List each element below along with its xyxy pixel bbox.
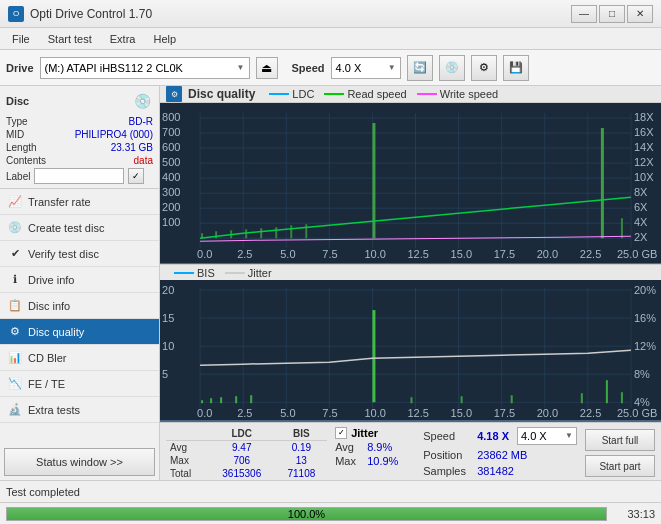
menu-file[interactable]: File (4, 31, 38, 47)
svg-text:17.5: 17.5 (494, 408, 515, 420)
jitter-max-value: 10.9% (367, 455, 398, 467)
speed-field-value: 4.18 X (477, 430, 509, 442)
svg-text:8%: 8% (634, 368, 650, 380)
total-ldc-value: 3615306 (208, 467, 276, 480)
speed-select-value: 4.0 X (336, 62, 362, 74)
titlebar: O Opti Drive Control 1.70 — □ ✕ (0, 0, 661, 28)
disc-type-label: Type (6, 116, 28, 127)
progress-text: 100.0% (7, 508, 606, 520)
disc-label-field-label: Label (6, 171, 30, 182)
data-panel: LDC BIS Avg 9.47 0.19 Max 706 (160, 422, 661, 480)
jitter-checkbox[interactable]: ✓ (335, 427, 347, 439)
svg-text:20.0: 20.0 (537, 408, 558, 420)
svg-text:2.5: 2.5 (237, 248, 252, 260)
status-window-button[interactable]: Status window >> (4, 448, 155, 476)
speed-mini-dropdown-arrow: ▼ (565, 431, 573, 440)
col-header-ldc: LDC (208, 427, 276, 441)
maximize-button[interactable]: □ (599, 5, 625, 23)
max-ldc-value: 706 (208, 454, 276, 467)
start-full-button[interactable]: Start full (585, 429, 655, 451)
disc-button[interactable]: 💿 (439, 55, 465, 81)
row-label-total: Total (166, 467, 208, 480)
speed-section: Speed 4.18 X 4.0 X ▼ Position 23862 MB S… (423, 427, 577, 480)
eject-button[interactable]: ⏏ (256, 57, 278, 79)
speed-select[interactable]: 4.0 X ▼ (331, 57, 401, 79)
titlebar-left: O Opti Drive Control 1.70 (8, 6, 152, 22)
disc-mid-label: MID (6, 129, 24, 140)
menu-help[interactable]: Help (145, 31, 184, 47)
table-row: Total 3615306 71108 (166, 467, 327, 480)
start-part-button[interactable]: Start part (585, 455, 655, 477)
svg-rect-26 (275, 227, 277, 238)
refresh-button[interactable]: 🔄 (407, 55, 433, 81)
speed-mini-select[interactable]: 4.0 X ▼ (517, 427, 577, 445)
table-row: Max 706 13 (166, 454, 327, 467)
sidebar-item-disc-quality[interactable]: ⚙ Disc quality (0, 319, 159, 345)
legend-ldc-label: LDC (292, 88, 314, 100)
svg-text:500: 500 (162, 156, 180, 168)
svg-text:25.0 GB: 25.0 GB (617, 408, 657, 420)
disc-eject-icon[interactable]: 💿 (131, 90, 153, 112)
avg-bis-value: 0.19 (276, 440, 328, 454)
sidebar: Disc 💿 Type BD-R MID PHILIPRO4 (000) Len… (0, 86, 160, 480)
sidebar-item-disc-info[interactable]: 📋 Disc info (0, 293, 159, 319)
svg-text:5.0: 5.0 (280, 408, 295, 420)
sidebar-item-fe-te[interactable]: 📉 FE / TE (0, 371, 159, 397)
sidebar-item-transfer-rate[interactable]: 📈 Transfer rate (0, 189, 159, 215)
sidebar-item-label-create-test-disc: Create test disc (28, 222, 104, 234)
svg-text:800: 800 (162, 111, 180, 123)
ldc-line-icon (269, 93, 289, 95)
sidebar-nav: 📈 Transfer rate 💿 Create test disc ✔ Ver… (0, 189, 159, 444)
jitter-avg-row: Avg 8.9% (335, 441, 415, 453)
close-button[interactable]: ✕ (627, 5, 653, 23)
settings-button[interactable]: ⚙ (471, 55, 497, 81)
disc-panel-header: Disc 💿 (6, 90, 153, 112)
jitter-avg-value: 8.9% (367, 441, 392, 453)
position-label: Position (423, 449, 473, 461)
disc-contents-row: Contents data (6, 155, 153, 166)
svg-text:20.0: 20.0 (537, 248, 558, 260)
disc-mid-value: PHILIPRO4 (000) (75, 129, 153, 140)
app-icon: O (8, 6, 24, 22)
disc-mid-row: MID PHILIPRO4 (000) (6, 129, 153, 140)
svg-text:12.5: 12.5 (407, 248, 428, 260)
position-row: Position 23862 MB (423, 449, 577, 461)
sidebar-item-drive-info[interactable]: ℹ Drive info (0, 267, 159, 293)
menu-start-test[interactable]: Start test (40, 31, 100, 47)
drive-select[interactable]: (M:) ATAPI iHBS112 2 CL0K ▼ (40, 57, 250, 79)
sidebar-item-verify-test-disc[interactable]: ✔ Verify test disc (0, 241, 159, 267)
jitter-avg-label: Avg (335, 441, 363, 453)
svg-rect-25 (260, 228, 262, 238)
svg-text:7.5: 7.5 (322, 248, 337, 260)
svg-rect-86 (581, 394, 583, 404)
sidebar-item-cd-bler[interactable]: 📊 CD Bler (0, 345, 159, 371)
svg-text:200: 200 (162, 201, 180, 213)
sidebar-item-create-test-disc[interactable]: 💿 Create test disc (0, 215, 159, 241)
svg-text:10.0: 10.0 (364, 248, 385, 260)
speed-dropdown-arrow: ▼ (388, 63, 396, 72)
svg-text:10: 10 (162, 340, 174, 352)
sidebar-item-extra-tests[interactable]: 🔬 Extra tests (0, 397, 159, 423)
svg-text:12%: 12% (634, 340, 656, 352)
svg-rect-77 (201, 401, 203, 404)
sidebar-item-label-transfer-rate: Transfer rate (28, 196, 91, 208)
svg-text:6X: 6X (634, 201, 648, 213)
svg-text:700: 700 (162, 126, 180, 138)
sidebar-item-label-fe-te: FE / TE (28, 378, 65, 390)
svg-text:14X: 14X (634, 141, 654, 153)
svg-text:20%: 20% (634, 284, 656, 296)
create-test-disc-icon: 💿 (8, 221, 22, 235)
disc-label-row: Label ✓ (6, 168, 153, 184)
disc-label-input[interactable] (34, 168, 124, 184)
col-header-blank (166, 427, 208, 441)
svg-rect-84 (461, 397, 463, 404)
drive-select-value: (M:) ATAPI iHBS112 2 CL0K (45, 62, 183, 74)
row-label-avg: Avg (166, 440, 208, 454)
save-button[interactable]: 💾 (503, 55, 529, 81)
disc-label-confirm-button[interactable]: ✓ (128, 168, 144, 184)
charts-container: 800 700 600 500 400 300 200 100 18X 16X … (160, 103, 661, 422)
disc-quality-icon: ⚙ (8, 325, 22, 339)
minimize-button[interactable]: — (571, 5, 597, 23)
menu-extra[interactable]: Extra (102, 31, 144, 47)
sidebar-item-label-disc-info: Disc info (28, 300, 70, 312)
